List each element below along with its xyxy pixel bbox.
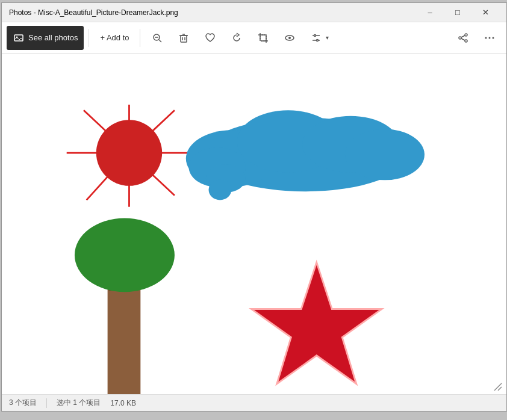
- add-to-button[interactable]: + Add to: [94, 26, 135, 50]
- svg-point-22: [317, 39, 319, 41]
- statusbar: 3 个项目 选中 1 个项目 17.0 KB: [2, 394, 506, 411]
- svg-point-28: [485, 37, 487, 39]
- heart-icon: [204, 32, 216, 44]
- crop-icon: [257, 32, 269, 44]
- svg-rect-0: [14, 35, 23, 41]
- more-icon: [484, 32, 496, 44]
- adjust-button[interactable]: ▾: [304, 26, 335, 50]
- svg-line-26: [461, 36, 465, 37]
- svg-point-47: [209, 179, 232, 200]
- svg-point-30: [493, 37, 494, 39]
- adjust-icon: [310, 32, 322, 44]
- zoom-out-icon: [151, 32, 163, 44]
- photos-icon: [13, 32, 25, 44]
- svg-line-27: [461, 39, 465, 40]
- svg-rect-14: [260, 35, 266, 41]
- statusbar-separator-1: [46, 398, 47, 408]
- maximize-icon: □: [455, 8, 460, 17]
- resize-handle[interactable]: [492, 381, 504, 393]
- window-title: Photos - Misc-A_Beautiful_Picture-Dreame…: [9, 8, 416, 17]
- image-viewer: [2, 54, 506, 394]
- image-canvas: [2, 54, 506, 394]
- svg-point-25: [465, 40, 467, 42]
- crop-button[interactable]: [251, 26, 275, 50]
- svg-point-16: [288, 37, 291, 39]
- delete-icon: [178, 32, 190, 44]
- close-icon: ✕: [482, 8, 489, 17]
- titlebar: Photos - Misc-A_Beautiful_Picture-Dreame…: [2, 3, 506, 22]
- rotate-button[interactable]: [225, 26, 249, 50]
- file-size: 17.0 KB: [110, 399, 136, 407]
- maximize-button[interactable]: □: [444, 3, 471, 22]
- eye-icon: [284, 32, 296, 44]
- delete-button[interactable]: [172, 26, 196, 50]
- zoom-out-button[interactable]: [145, 26, 169, 50]
- share-button[interactable]: [451, 26, 475, 50]
- svg-rect-48: [108, 275, 141, 394]
- svg-line-52: [494, 383, 502, 391]
- more-button[interactable]: [477, 26, 502, 50]
- favorite-button[interactable]: [198, 26, 222, 50]
- close-button[interactable]: ✕: [471, 3, 499, 22]
- item-count: 3 个项目: [9, 398, 37, 408]
- see-all-photos-label: See all photos: [28, 33, 78, 42]
- svg-point-29: [489, 37, 491, 39]
- rotate-icon: [231, 32, 243, 44]
- eye-button[interactable]: [278, 26, 302, 50]
- add-to-label: + Add to: [100, 33, 129, 42]
- svg-point-24: [459, 37, 461, 39]
- svg-rect-5: [181, 36, 187, 42]
- window-controls: – □ ✕: [416, 3, 499, 22]
- toolbar-separator-2: [140, 29, 140, 47]
- share-icon: [457, 32, 469, 44]
- selected-count: 选中 1 个项目: [57, 398, 101, 408]
- main-window: Photos - Misc-A_Beautiful_Picture-Dreame…: [1, 2, 507, 412]
- minimize-icon: –: [428, 8, 432, 17]
- svg-point-19: [314, 34, 316, 36]
- minimize-button[interactable]: –: [416, 3, 444, 22]
- svg-marker-51: [251, 262, 382, 384]
- toolbar: See all photos + Add to: [2, 22, 506, 54]
- adjust-chevron: ▾: [326, 34, 329, 41]
- svg-line-3: [159, 40, 161, 42]
- svg-point-44: [345, 129, 425, 180]
- toolbar-separator-1: [89, 29, 89, 47]
- svg-point-23: [465, 34, 467, 36]
- see-all-photos-button[interactable]: See all photos: [7, 26, 84, 50]
- svg-point-39: [96, 120, 162, 185]
- drawing-svg: [2, 54, 506, 394]
- svg-point-50: [75, 218, 175, 292]
- svg-line-53: [498, 387, 502, 391]
